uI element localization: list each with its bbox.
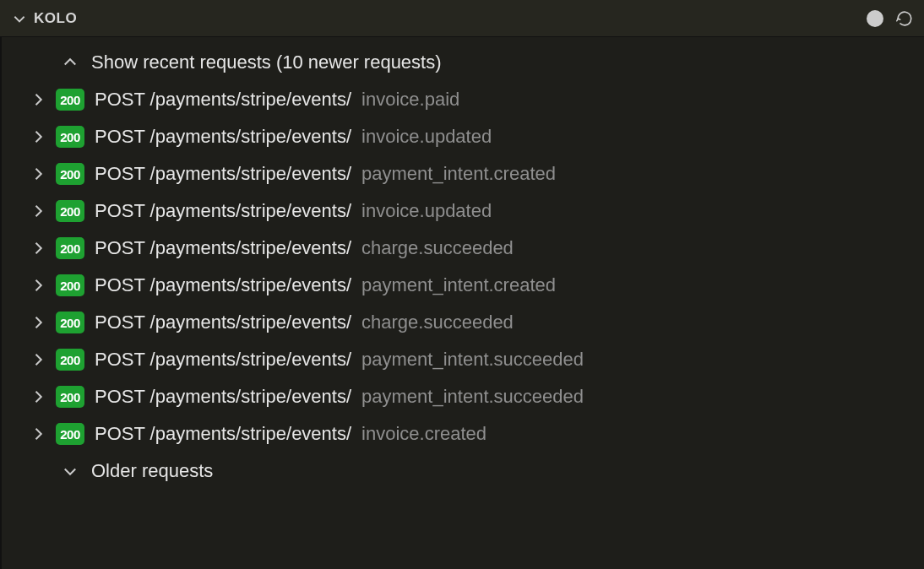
status-badge: 200 xyxy=(56,89,84,111)
request-event: payment_intent.succeeded xyxy=(361,349,584,371)
older-requests-label: Older requests xyxy=(91,460,213,482)
request-path: POST /payments/stripe/events/ xyxy=(95,237,351,259)
recent-requests-group[interactable]: Show recent requests (10 newer requests) xyxy=(2,44,924,81)
request-event: payment_intent.created xyxy=(361,163,556,185)
request-event: invoice.created xyxy=(361,423,486,445)
chevron-right-icon xyxy=(27,312,49,333)
request-row[interactable]: 200POST /payments/stripe/events/payment_… xyxy=(2,341,924,378)
older-requests-group[interactable]: Older requests xyxy=(2,452,924,490)
request-path: POST /payments/stripe/events/ xyxy=(95,200,351,222)
status-badge: 200 xyxy=(56,274,84,296)
chevron-right-icon xyxy=(27,274,49,296)
request-row[interactable]: 200POST /payments/stripe/events/charge.s… xyxy=(2,304,924,341)
status-badge: 200 xyxy=(56,423,84,445)
chevron-down-icon xyxy=(59,460,81,482)
status-badge: 200 xyxy=(56,386,84,408)
chevron-right-icon xyxy=(27,237,49,259)
request-row[interactable]: 200POST /payments/stripe/events/invoice.… xyxy=(2,415,924,452)
status-badge: 200 xyxy=(56,163,84,185)
request-event: payment_intent.succeeded xyxy=(361,386,584,408)
request-path: POST /payments/stripe/events/ xyxy=(95,423,351,445)
chevron-down-icon[interactable] xyxy=(12,11,27,26)
kolo-panel: KOLO Show recent requests (10 newer requ… xyxy=(0,0,924,569)
request-event: charge.succeeded xyxy=(361,237,514,259)
panel-header[interactable]: KOLO xyxy=(0,0,924,37)
request-row[interactable]: 200POST /payments/stripe/events/payment_… xyxy=(2,267,924,304)
chevron-up-icon xyxy=(59,51,81,73)
status-badge: 200 xyxy=(56,200,84,222)
request-path: POST /payments/stripe/events/ xyxy=(95,89,351,111)
request-row[interactable]: 200POST /payments/stripe/events/invoice.… xyxy=(2,81,924,118)
recent-requests-label: Show recent requests (10 newer requests) xyxy=(91,51,442,73)
chevron-right-icon xyxy=(27,126,49,148)
status-badge: 200 xyxy=(56,126,84,148)
panel-body: Show recent requests (10 newer requests)… xyxy=(0,37,924,569)
request-path: POST /payments/stripe/events/ xyxy=(95,312,351,333)
status-badge: 200 xyxy=(56,312,84,333)
request-event: payment_intent.created xyxy=(361,274,556,296)
request-event: invoice.paid xyxy=(361,89,459,111)
request-row[interactable]: 200POST /payments/stripe/events/invoice.… xyxy=(2,192,924,230)
chevron-right-icon xyxy=(27,200,49,222)
refresh-icon[interactable] xyxy=(895,9,914,28)
chevron-right-icon xyxy=(27,349,49,371)
request-row[interactable]: 200POST /payments/stripe/events/payment_… xyxy=(2,378,924,415)
status-dot-icon[interactable] xyxy=(867,10,883,27)
status-badge: 200 xyxy=(56,237,84,259)
request-path: POST /payments/stripe/events/ xyxy=(95,386,351,408)
chevron-right-icon xyxy=(27,163,49,185)
request-path: POST /payments/stripe/events/ xyxy=(95,274,351,296)
request-event: invoice.updated xyxy=(361,200,492,222)
request-path: POST /payments/stripe/events/ xyxy=(95,163,351,185)
request-event: invoice.updated xyxy=(361,126,492,148)
request-event: charge.succeeded xyxy=(361,312,514,333)
request-row[interactable]: 200POST /payments/stripe/events/payment_… xyxy=(2,155,924,192)
panel-title: KOLO xyxy=(34,10,77,27)
chevron-right-icon xyxy=(27,423,49,445)
request-path: POST /payments/stripe/events/ xyxy=(95,349,351,371)
status-badge: 200 xyxy=(56,349,84,371)
chevron-right-icon xyxy=(27,89,49,111)
chevron-right-icon xyxy=(27,386,49,408)
request-row[interactable]: 200POST /payments/stripe/events/invoice.… xyxy=(2,118,924,155)
request-path: POST /payments/stripe/events/ xyxy=(95,126,351,148)
request-row[interactable]: 200POST /payments/stripe/events/charge.s… xyxy=(2,230,924,267)
